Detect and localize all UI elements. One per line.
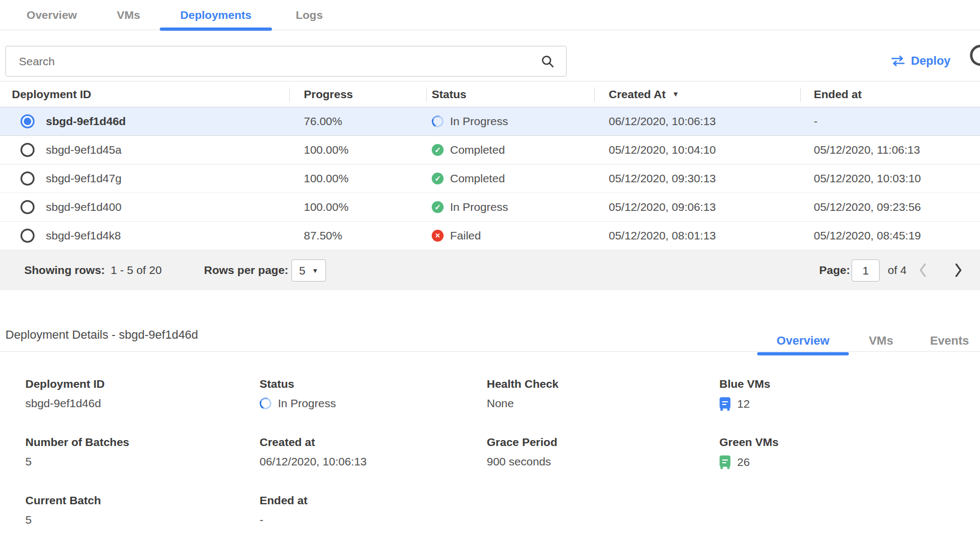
cell-status: ✓ Completed [432,136,505,164]
chevron-down-icon: ▼ [312,267,318,275]
tab-overview[interactable]: Overview [19,0,84,30]
cell-created-at: 05/12/2020, 09:06:13 [609,193,716,221]
row-radio[interactable] [21,172,35,186]
details-tab-vms-label: VMs [869,334,893,348]
swap-arrows-icon [890,55,906,67]
check-circle-icon: ✓ [432,173,444,184]
table-row[interactable]: sbgd-9ef1d45a 100.00% ✓ Completed 05/12/… [0,136,980,164]
field-status: Status In Progress [260,374,487,433]
field-green-vms: Green VMs 26 [719,433,980,491]
field-blue-vms: Blue VMs 12 [719,374,980,433]
deployments-page: Overview VMs Deployments Logs Deploy [0,0,980,535]
page-total-label: of 4 [888,250,907,290]
check-circle-icon: ✓ [432,144,444,156]
details-tab-overview-label: Overview [777,334,829,348]
deploy-button-label: Deploy [911,54,950,68]
page-label: Page: [819,250,850,290]
prev-page-button[interactable] [918,250,927,290]
top-tab-bar: Overview VMs Deployments Logs [0,0,980,30]
showing-rows-value: 1 - 5 of 20 [111,250,162,290]
chevron-left-icon [918,263,927,278]
search-icon[interactable] [540,54,555,68]
column-divider [594,87,595,102]
field-ended-at: Ended at - [260,491,487,535]
refresh-icon[interactable] [968,44,980,68]
cell-deployment-id: sbgd-9ef1d45a [46,136,121,164]
tab-deployments[interactable]: Deployments [160,0,272,30]
table-row[interactable]: sbgd-9ef1d4k8 87.50% ✕ Failed 05/12/2020… [0,222,980,250]
tab-logs[interactable]: Logs [285,0,334,30]
tab-deployments-label: Deployments [180,9,251,22]
row-radio-selected[interactable] [21,114,35,128]
in-progress-spinner-icon [258,396,273,411]
cell-progress: 87.50% [304,222,342,250]
table-header-row: Deployment ID Progress Status Created At… [0,81,980,107]
column-divider [800,87,801,102]
deployments-table: Deployment ID Progress Status Created At… [0,81,980,290]
cell-ended-at: 05/12/2020, 10:03:10 [814,164,921,193]
header-deployment-id: Deployment ID [12,81,91,107]
field-created-at: Created at 06/12/2020, 10:06:13 [260,433,487,491]
field-grace-period: Grace Period 900 seconds [487,433,719,491]
tab-overview-label: Overview [26,9,77,22]
cell-progress: 100.00% [304,164,349,193]
cell-created-at: 05/12/2020, 08:01:13 [609,222,716,250]
details-tab-vms[interactable]: VMs [858,330,904,352]
in-progress-spinner-icon [430,114,445,129]
search-input[interactable] [5,46,567,77]
vm-server-blue-icon [719,397,731,411]
tab-logs-label: Logs [296,9,323,22]
table-row[interactable]: sbgd-9ef1d47g 100.00% ✓ Completed 05/12/… [0,164,980,193]
cell-created-at: 05/12/2020, 09:30:13 [609,164,716,193]
active-tab-underline [160,28,272,31]
table-row[interactable]: sbgd-9ef1d400 100.00% ✓ In Progress 05/1… [0,193,980,222]
cell-ended-at: 05/12/2020, 09:23:56 [814,193,921,221]
table-row[interactable]: sbgd-9ef1d46d 76.00% In Progress 06/12/2… [0,107,980,136]
cell-ended-at: 05/12/2020, 08:45:19 [814,222,921,250]
details-tab-overview[interactable]: Overview [757,330,849,352]
showing-rows-label: Showing rows: [24,250,105,290]
chevron-right-icon [954,263,963,278]
cell-progress: 100.00% [304,136,349,164]
row-radio[interactable] [21,229,35,243]
page-number-input[interactable] [852,259,880,282]
search-field-wrap [5,46,567,77]
field-deployment-id: Deployment ID sbgd-9ef1d46d [25,374,260,433]
cell-progress: 76.00% [304,107,342,135]
active-tab-underline [757,352,849,355]
cell-status: ✕ Failed [432,222,481,250]
cell-deployment-id: sbgd-9ef1d4k8 [46,222,121,250]
details-tab-events[interactable]: Events [924,330,975,352]
rows-per-page-value: 5 [299,264,305,277]
field-health-check: Health Check None [487,374,719,433]
header-ended-at: Ended at [814,81,862,107]
sort-desc-icon: ▼ [672,90,679,98]
details-tab-events-label: Events [930,334,969,348]
details-title: Deployment Details - sbgd-9ef1d46d [5,328,198,342]
field-number-of-batches: Number of Batches 5 [25,433,260,491]
cell-created-at: 06/12/2020, 10:06:13 [609,107,716,135]
details-grid: Deployment ID sbgd-9ef1d46d Status In Pr… [25,374,980,535]
rows-per-page-select[interactable]: 5 ▼ [291,259,326,282]
x-circle-icon: ✕ [432,230,444,242]
column-divider [289,87,290,102]
row-radio[interactable] [21,143,35,157]
tab-vms[interactable]: VMs [106,0,151,30]
cell-deployment-id: sbgd-9ef1d400 [46,193,121,221]
header-progress: Progress [304,81,353,107]
next-page-button[interactable] [954,250,963,290]
cell-deployment-id: sbgd-9ef1d47g [46,164,121,193]
cell-status: ✓ Completed [432,164,505,193]
cell-ended-at: 05/12/2020, 11:06:13 [814,136,920,164]
cell-deployment-id: sbgd-9ef1d46d [46,107,126,135]
vm-server-green-icon [719,455,731,469]
row-radio[interactable] [21,200,35,214]
header-status: Status [432,81,466,107]
cell-created-at: 05/12/2020, 10:04:10 [609,136,716,164]
cell-status: In Progress [432,107,508,135]
header-created-at[interactable]: Created At ▼ [609,81,679,107]
cell-progress: 100.00% [304,193,349,221]
field-current-batch: Current Batch 5 [25,491,260,535]
tab-vms-label: VMs [117,9,140,22]
deploy-button[interactable]: Deploy [890,47,950,74]
